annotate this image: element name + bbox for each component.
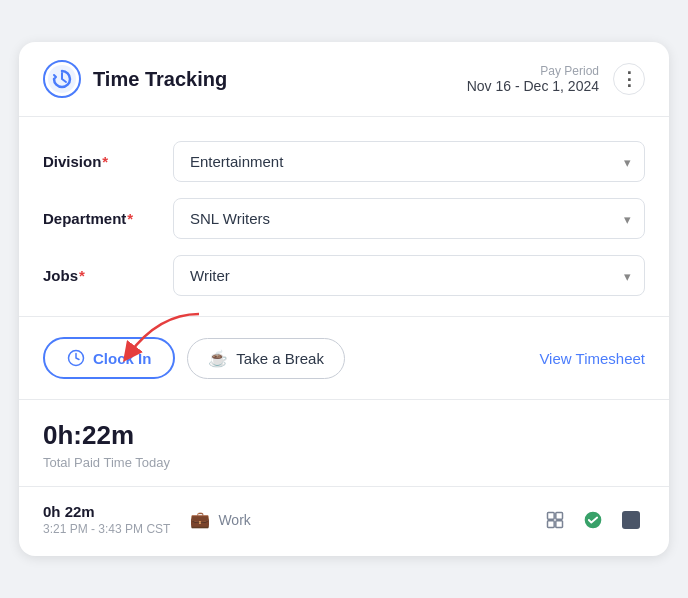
clock-in-button[interactable]: Clock In (43, 337, 175, 379)
jobs-select[interactable]: Writer Producer Director Editor (173, 255, 645, 296)
header-left: Time Tracking (43, 60, 227, 98)
svg-rect-6 (556, 520, 563, 527)
header: Time Tracking Pay Period Nov 16 - Dec 1,… (19, 42, 669, 117)
form-section: Division* Entertainment Sports News Digi… (19, 117, 669, 317)
pay-period: Pay Period Nov 16 - Dec 1, 2024 (467, 64, 599, 94)
division-required: * (102, 153, 108, 170)
coffee-icon: ☕ (208, 349, 228, 368)
entry-right (541, 506, 645, 534)
edit-icon (545, 510, 565, 530)
division-label: Division* (43, 153, 173, 170)
header-right: Pay Period Nov 16 - Dec 1, 2024 ⋮ (467, 63, 645, 95)
total-time-label: Total Paid Time Today (43, 455, 645, 470)
jobs-label: Jobs* (43, 267, 173, 284)
department-select[interactable]: SNL Writers Late Night Morning Show (173, 198, 645, 239)
department-select-wrapper: SNL Writers Late Night Morning Show ▾ (173, 198, 645, 239)
entry-middle: 💼 Work (190, 510, 541, 529)
entry-left: 0h 22m 3:21 PM - 3:43 PM CST (43, 503, 170, 536)
time-tracking-icon (43, 60, 81, 98)
division-row: Division* Entertainment Sports News Digi… (43, 141, 645, 182)
view-timesheet-link[interactable]: View Timesheet (539, 350, 645, 367)
clock-icon (67, 349, 85, 367)
actions-section: Clock In ☕ Take a Break View Timesheet (19, 317, 669, 400)
entry-duration: 0h 22m (43, 503, 170, 520)
briefcase-icon: 💼 (190, 510, 210, 529)
division-select-wrapper: Entertainment Sports News Digital ▾ (173, 141, 645, 182)
time-summary-section: 0h:22m Total Paid Time Today (19, 400, 669, 487)
total-time: 0h:22m (43, 420, 645, 451)
svg-rect-5 (548, 520, 555, 527)
check-circle-icon (583, 510, 603, 530)
stop-button[interactable] (617, 506, 645, 534)
jobs-row: Jobs* Writer Producer Director Editor ▾ (43, 255, 645, 296)
status-approved-icon (579, 506, 607, 534)
jobs-select-wrapper: Writer Producer Director Editor ▾ (173, 255, 645, 296)
pay-period-dates: Nov 16 - Dec 1, 2024 (467, 78, 599, 94)
more-options-button[interactable]: ⋮ (613, 63, 645, 95)
svg-rect-4 (556, 512, 563, 519)
take-break-button[interactable]: ☕ Take a Break (187, 338, 345, 379)
entry-row: 0h 22m 3:21 PM - 3:43 PM CST 💼 Work (19, 487, 669, 556)
page-title: Time Tracking (93, 68, 227, 91)
department-row: Department* SNL Writers Late Night Morni… (43, 198, 645, 239)
department-required: * (127, 210, 133, 227)
stop-square-icon (622, 511, 640, 529)
jobs-required: * (79, 267, 85, 284)
department-label: Department* (43, 210, 173, 227)
time-tracking-card: Time Tracking Pay Period Nov 16 - Dec 1,… (19, 42, 669, 556)
pay-period-label: Pay Period (467, 64, 599, 78)
edit-entry-button[interactable] (541, 506, 569, 534)
division-select[interactable]: Entertainment Sports News Digital (173, 141, 645, 182)
entry-type: Work (218, 512, 250, 528)
svg-rect-3 (548, 512, 555, 519)
entry-time-range: 3:21 PM - 3:43 PM CST (43, 522, 170, 536)
